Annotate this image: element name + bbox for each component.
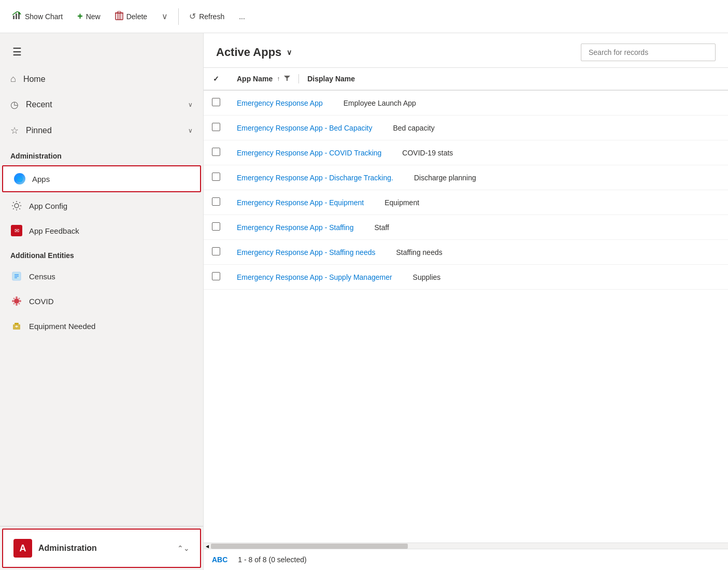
sidebar-item-app-feedback[interactable]: ✉ App Feedback bbox=[0, 218, 203, 243]
sort-icon[interactable]: ↑ bbox=[277, 75, 280, 82]
app-name-link[interactable]: Emergency Response App - Supply Manageme… bbox=[237, 273, 392, 281]
app-config-icon bbox=[10, 200, 23, 212]
recent-icon: ◷ bbox=[10, 99, 19, 110]
display-name: Discharge planning bbox=[414, 174, 518, 182]
new-icon: + bbox=[77, 11, 83, 22]
sidebar-item-pinned-label: Pinned bbox=[26, 126, 52, 135]
app-name-link[interactable]: Emergency Response App - Discharge Track… bbox=[237, 174, 393, 182]
row-data: Emergency Response App - Discharge Track… bbox=[229, 165, 728, 190]
checkbox-icon[interactable] bbox=[212, 247, 220, 255]
sidebar-item-covid[interactable]: COVID bbox=[0, 289, 203, 314]
new-label: New bbox=[86, 12, 101, 21]
toolbar: Show Chart + New Delete ∨ ↺ Refresh ... bbox=[0, 0, 728, 33]
sidebar-item-home[interactable]: ⌂ Home bbox=[0, 66, 203, 92]
row-check[interactable] bbox=[204, 140, 229, 165]
table-row: Emergency Response App - COVID Tracking … bbox=[204, 140, 728, 165]
checkbox-icon[interactable] bbox=[212, 272, 220, 280]
sidebar-item-app-config[interactable]: App Config bbox=[0, 193, 203, 218]
abc-label[interactable]: ABC bbox=[212, 555, 227, 564]
search-input[interactable] bbox=[581, 44, 716, 61]
row-check[interactable] bbox=[204, 90, 229, 116]
bottom-chevron-icon: ⌃⌄ bbox=[177, 544, 190, 552]
scroll-left-arrow[interactable]: ◀ bbox=[204, 543, 211, 549]
display-name: Staff bbox=[374, 223, 478, 232]
row-data: Emergency Response App - Staffing Staff bbox=[229, 215, 728, 240]
svg-point-15 bbox=[14, 298, 19, 304]
refresh-button[interactable]: ↺ Refresh bbox=[183, 8, 231, 24]
apps-table: ✓ App Name ↑ bbox=[204, 68, 728, 290]
sidebar-top: ☰ bbox=[0, 33, 203, 66]
delete-label: Delete bbox=[126, 12, 147, 21]
pinned-icon: ☆ bbox=[10, 125, 19, 136]
checkbox-icon[interactable] bbox=[212, 173, 220, 181]
refresh-label: Refresh bbox=[199, 12, 224, 21]
checkbox-icon[interactable] bbox=[212, 98, 220, 106]
row-check[interactable] bbox=[204, 190, 229, 215]
scroll-thumb[interactable] bbox=[211, 544, 408, 549]
svg-point-22 bbox=[13, 303, 15, 305]
svg-marker-28 bbox=[284, 76, 290, 81]
row-check[interactable] bbox=[204, 116, 229, 140]
app-name-link[interactable]: Emergency Response App - Staffing bbox=[237, 223, 353, 232]
svg-point-10 bbox=[15, 204, 19, 208]
row-data: Emergency Response App - Supply Manageme… bbox=[229, 265, 728, 290]
table-row: Emergency Response App - Equipment Equip… bbox=[204, 190, 728, 215]
sidebar-item-app-config-label: App Config bbox=[29, 202, 67, 210]
row-data: Emergency Response App - Bed Capacity Be… bbox=[229, 116, 728, 140]
checkbox-icon[interactable] bbox=[212, 222, 220, 231]
dropdown-button[interactable]: ∨ bbox=[155, 8, 174, 24]
row-check[interactable] bbox=[204, 165, 229, 190]
new-button[interactable]: + New bbox=[71, 8, 107, 25]
hamburger-button[interactable]: ☰ bbox=[10, 41, 24, 62]
sidebar: ☰ ⌂ Home ◷ Recent ∨ ☆ Pinned ∨ Administr… bbox=[0, 33, 204, 570]
checkbox-icon[interactable] bbox=[212, 123, 220, 131]
checkbox-icon[interactable] bbox=[212, 197, 220, 206]
row-data: Emergency Response App - Staffing needs … bbox=[229, 240, 728, 265]
app-name-link[interactable]: Emergency Response App - Equipment bbox=[237, 198, 364, 207]
sidebar-item-census[interactable]: Census bbox=[0, 264, 203, 289]
svg-rect-25 bbox=[15, 323, 19, 324]
app-name-link[interactable]: Emergency Response App bbox=[237, 99, 323, 107]
display-name: Equipment bbox=[384, 198, 488, 207]
col-app-name: App Name ↑ Display Name bbox=[229, 68, 728, 90]
table-row: Emergency Response App - Staffing Staff bbox=[204, 215, 728, 240]
filter-icon[interactable] bbox=[284, 75, 290, 83]
checkbox-icon[interactable] bbox=[212, 148, 220, 156]
app-name-link[interactable]: Emergency Response App - COVID Tracking bbox=[237, 149, 381, 157]
administration-section-label: Administration bbox=[0, 144, 203, 164]
delete-button[interactable]: Delete bbox=[109, 8, 153, 25]
sidebar-item-apps-label: Apps bbox=[32, 175, 50, 183]
sidebar-item-equipment-needed[interactable]: Equipment Needed bbox=[0, 314, 203, 338]
sidebar-item-recent-label: Recent bbox=[26, 100, 52, 109]
display-name: Bed capacity bbox=[393, 124, 496, 132]
svg-point-17 bbox=[16, 304, 18, 306]
table-row: Emergency Response App - Supply Manageme… bbox=[204, 265, 728, 290]
svg-point-23 bbox=[19, 298, 20, 300]
content-area: Active Apps ∨ ✓ App Name ↑ bbox=[204, 33, 728, 570]
app-name-link[interactable]: Emergency Response App - Staffing needs bbox=[237, 248, 375, 256]
display-name: COVID-19 stats bbox=[402, 149, 506, 157]
avatar: A bbox=[13, 539, 32, 558]
sidebar-item-app-feedback-label: App Feedback bbox=[29, 226, 79, 235]
app-feedback-icon: ✉ bbox=[10, 224, 23, 237]
row-check[interactable] bbox=[204, 240, 229, 265]
row-check[interactable] bbox=[204, 215, 229, 240]
show-chart-button[interactable]: Show Chart bbox=[6, 8, 69, 25]
app-name-link[interactable]: Emergency Response App - Bed Capacity bbox=[237, 124, 372, 132]
col-check: ✓ bbox=[204, 68, 229, 90]
title-chevron-icon[interactable]: ∨ bbox=[287, 48, 292, 56]
row-data: Emergency Response App - Equipment Equip… bbox=[229, 190, 728, 215]
sidebar-item-recent[interactable]: ◷ Recent ∨ bbox=[0, 92, 203, 118]
sidebar-item-pinned[interactable]: ☆ Pinned ∨ bbox=[0, 118, 203, 144]
table-row: Emergency Response App - Bed Capacity Be… bbox=[204, 116, 728, 140]
sidebar-item-apps[interactable]: 🌐 Apps bbox=[2, 165, 201, 192]
pinned-chevron-icon: ∨ bbox=[188, 127, 193, 134]
more-button[interactable]: ... bbox=[233, 9, 251, 24]
refresh-icon: ↺ bbox=[189, 11, 196, 21]
table-row: Emergency Response App - Staffing needs … bbox=[204, 240, 728, 265]
table-container: ✓ App Name ↑ bbox=[204, 68, 728, 543]
administration-bottom-item[interactable]: A Administration ⌃⌄ bbox=[2, 529, 201, 568]
row-check[interactable] bbox=[204, 265, 229, 290]
row-data: Emergency Response App - COVID Tracking … bbox=[229, 140, 728, 165]
show-chart-label: Show Chart bbox=[25, 12, 63, 21]
